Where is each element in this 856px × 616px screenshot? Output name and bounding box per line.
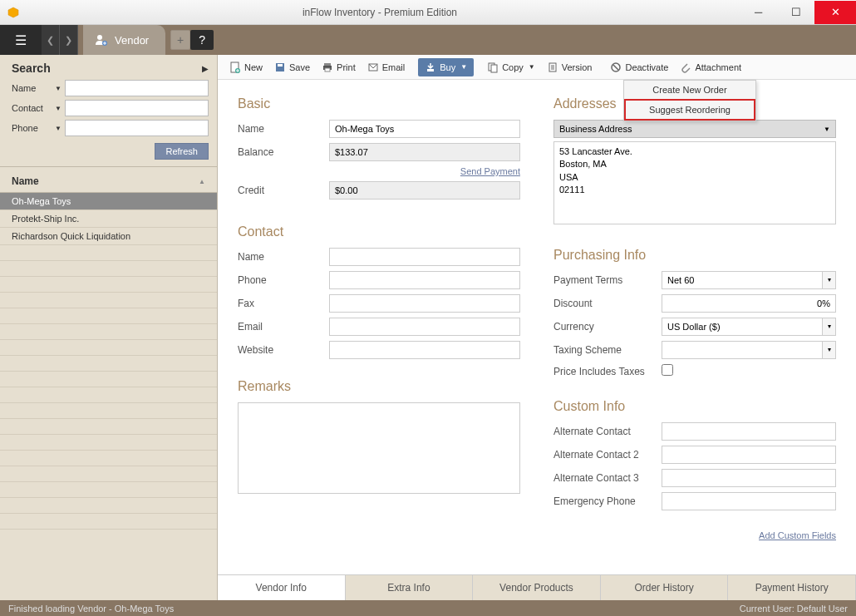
svg-rect-5 <box>278 64 283 67</box>
search-phone-input[interactable] <box>65 120 209 136</box>
tab-extra-info[interactable]: Extra Info <box>346 575 474 600</box>
content-toolbar: New Save Print Email Buy▼ Copy▼ Version … <box>218 55 856 80</box>
help-button[interactable]: ? <box>190 30 214 50</box>
basic-credit-value <box>329 181 520 200</box>
search-name-label: Name <box>12 83 55 93</box>
new-tab-button[interactable]: + <box>170 30 190 50</box>
email-button[interactable]: Email <box>362 58 411 76</box>
caret-down-icon[interactable]: ▾ <box>823 341 836 359</box>
new-button[interactable]: New <box>224 58 268 76</box>
search-contact-dropdown-icon[interactable]: ▼ <box>55 105 61 112</box>
nav-back-button[interactable]: ❮ <box>42 25 60 55</box>
refresh-button[interactable]: Refresh <box>155 143 209 160</box>
attachment-icon <box>680 62 691 73</box>
basic-name-label: Name <box>238 123 329 135</box>
sort-icon: ▲ <box>199 178 205 185</box>
alternate-contact-3-input[interactable] <box>662 469 836 487</box>
search-phone-dropdown-icon[interactable]: ▼ <box>55 125 61 132</box>
section-remarks-title: Remarks <box>238 379 520 394</box>
print-icon <box>322 62 333 73</box>
caret-down-icon: ▼ <box>824 126 830 133</box>
vendor-list-item[interactable]: Richardson Quick Liquidation <box>0 228 217 245</box>
search-contact-label: Contact <box>12 103 55 113</box>
caret-down-icon[interactable]: ▾ <box>823 318 836 336</box>
svg-rect-8 <box>325 68 330 71</box>
svg-rect-12 <box>491 65 497 72</box>
tab-order-history[interactable]: Order History <box>601 575 729 600</box>
content-area: New Save Print Email Buy▼ Copy▼ Version … <box>218 55 856 600</box>
collapse-search-icon[interactable]: ▶ <box>202 64 209 73</box>
contact-name-input[interactable] <box>329 248 520 266</box>
copy-icon <box>487 62 499 73</box>
section-custom-title: Custom Info <box>553 399 836 414</box>
currency-select[interactable] <box>662 318 823 336</box>
address-type-select[interactable]: Business Address ▼ <box>553 120 836 138</box>
section-contact-title: Contact <box>238 224 520 239</box>
buy-button[interactable]: Buy▼ <box>418 58 474 76</box>
save-icon <box>274 62 286 73</box>
buy-dropdown-menu: Create New Order Suggest Reordering <box>623 80 756 121</box>
search-phone-label: Phone <box>12 123 55 133</box>
add-custom-fields-link[interactable]: Add Custom Fields <box>759 530 836 540</box>
minimize-button[interactable]: ─ <box>740 1 777 24</box>
svg-point-0 <box>97 35 102 40</box>
maximize-button[interactable]: ☐ <box>777 1 814 24</box>
price-includes-taxes-checkbox[interactable] <box>662 364 673 376</box>
status-message: Finished loading Vendor - Oh-Mega Toys <box>8 604 740 614</box>
alternate-contact-input[interactable] <box>662 422 836 441</box>
tab-label: Vendor <box>115 34 149 47</box>
contact-fax-input[interactable] <box>329 294 520 313</box>
deactivate-button[interactable]: Deactivate <box>605 58 673 76</box>
remarks-textarea[interactable] <box>238 402 520 494</box>
tab-vendor-info[interactable]: Vendor Info <box>218 575 346 600</box>
status-user: Current User: Default User <box>740 604 848 614</box>
basic-balance-label: Balance <box>238 146 329 158</box>
caret-down-icon: ▼ <box>460 63 467 71</box>
emergency-phone-input[interactable] <box>662 492 836 510</box>
menu-create-new-order[interactable]: Create New Order <box>624 81 755 99</box>
document-new-icon <box>229 62 241 73</box>
section-purchasing-title: Purchasing Info <box>553 248 836 263</box>
search-name-dropdown-icon[interactable]: ▼ <box>55 85 61 92</box>
caret-down-icon: ▼ <box>529 63 535 71</box>
version-button[interactable]: Version <box>542 58 598 76</box>
address-text[interactable]: 53 Lancaster Ave. Boston, MA USA 02111 <box>553 141 836 224</box>
nav-forward-button[interactable]: ❯ <box>60 25 78 55</box>
alternate-contact-2-input[interactable] <box>662 446 836 464</box>
hamburger-menu-button[interactable]: ☰ <box>0 25 42 55</box>
search-name-input[interactable] <box>65 80 209 96</box>
basic-credit-label: Credit <box>238 185 329 196</box>
contact-phone-input[interactable] <box>329 271 520 289</box>
vendor-list-item[interactable]: Protekt-Ship Inc. <box>0 210 217 228</box>
contact-website-input[interactable] <box>329 341 520 359</box>
section-basic-title: Basic <box>238 96 520 111</box>
save-button[interactable]: Save <box>269 58 315 76</box>
svg-rect-6 <box>324 63 331 66</box>
tab-vendor-products[interactable]: Vendor Products <box>473 575 601 600</box>
email-icon <box>367 62 379 73</box>
tab-vendor[interactable]: Vendor <box>83 25 165 55</box>
discount-input[interactable] <box>662 294 836 313</box>
vendor-list-header[interactable]: Name ▲ <box>0 170 217 193</box>
menu-suggest-reordering[interactable]: Suggest Reordering <box>624 99 755 121</box>
caret-down-icon[interactable]: ▾ <box>823 271 836 289</box>
payment-terms-select[interactable] <box>662 271 823 289</box>
tab-payment-history[interactable]: Payment History <box>728 575 856 600</box>
buy-icon <box>425 62 436 73</box>
copy-button[interactable]: Copy▼ <box>482 58 540 76</box>
search-title: Search <box>12 62 51 75</box>
close-button[interactable]: ✕ <box>814 1 856 24</box>
version-icon <box>547 62 558 73</box>
deactivate-icon <box>610 62 622 73</box>
contact-email-input[interactable] <box>329 318 520 336</box>
basic-name-input[interactable] <box>329 120 520 138</box>
window-titlebar: inFlow Inventory - Premium Edition ─ ☐ ✕ <box>0 0 856 25</box>
search-contact-input[interactable] <box>65 100 209 116</box>
basic-balance-value <box>329 143 520 161</box>
status-bar: Finished loading Vendor - Oh-Mega Toys C… <box>0 600 856 616</box>
taxing-scheme-select[interactable] <box>662 341 823 359</box>
print-button[interactable]: Print <box>317 58 361 76</box>
vendor-list-item[interactable]: Oh-Mega Toys <box>0 193 217 210</box>
send-payment-link[interactable]: Send Payment <box>460 166 520 176</box>
attachment-button[interactable]: Attachment <box>675 58 746 76</box>
